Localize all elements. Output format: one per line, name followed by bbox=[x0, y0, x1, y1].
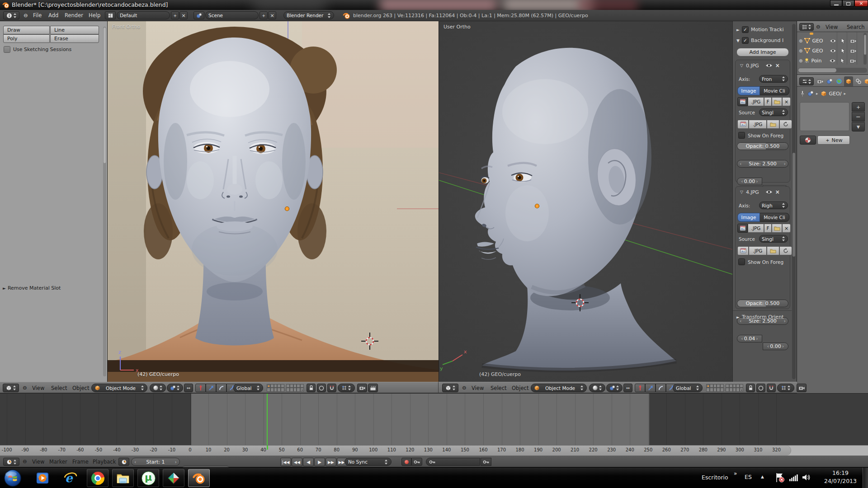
outliner-row-geo-2[interactable]: ⊕ GEO bbox=[799, 46, 857, 55]
sync-select[interactable]: No Sync bbox=[344, 458, 392, 466]
expand-icon[interactable]: ⊕ bbox=[799, 48, 802, 53]
taskbar-chrome-button[interactable] bbox=[87, 469, 108, 487]
translate-manipulator-button[interactable] bbox=[635, 384, 645, 392]
render-animation-button[interactable] bbox=[368, 384, 378, 392]
play-reverse-button[interactable]: ◀ bbox=[303, 458, 314, 466]
start-button[interactable] bbox=[4, 469, 22, 487]
pivot-select[interactable] bbox=[606, 384, 623, 392]
stepper-right-icon[interactable]: › bbox=[175, 459, 177, 465]
outliner-row-geo-1[interactable]: ⊕ GEO bbox=[799, 36, 857, 45]
sketching-sessions-checkbox[interactable] bbox=[4, 46, 10, 53]
size-field[interactable]: ‹ Size: 2.500 › bbox=[737, 160, 788, 168]
volume-icon[interactable] bbox=[802, 474, 811, 481]
visibility-eye-icon[interactable] bbox=[830, 49, 836, 53]
screen-layout-select[interactable]: Default bbox=[117, 11, 170, 19]
menu-help[interactable]: Help bbox=[89, 12, 100, 19]
n-panel-scrollbar-thumb[interactable] bbox=[793, 153, 795, 257]
background-images-checkbox[interactable]: ✓ bbox=[742, 37, 749, 44]
timeline-menu-playback[interactable]: Playback bbox=[93, 459, 116, 465]
render-tab-icon[interactable] bbox=[817, 79, 824, 84]
editor-type-button[interactable] bbox=[799, 23, 814, 31]
layers-grid-a[interactable] bbox=[706, 384, 724, 392]
source-select[interactable]: Singl bbox=[759, 108, 788, 116]
add-scene-button[interactable]: ＋ bbox=[259, 11, 268, 19]
tab-image[interactable]: Image bbox=[737, 86, 760, 95]
outliner-v-scrollbar-thumb[interactable] bbox=[864, 35, 866, 55]
file-name-field[interactable]: .JPG bbox=[749, 246, 767, 255]
render-opengl-button[interactable] bbox=[797, 384, 807, 392]
render-opengl-button[interactable] bbox=[357, 384, 367, 392]
constraints-tab-icon[interactable] bbox=[855, 78, 862, 84]
shading-select[interactable] bbox=[150, 384, 166, 392]
grease-erase-button[interactable]: Erase bbox=[50, 34, 99, 43]
outliner-menu-view[interactable]: View bbox=[826, 24, 838, 30]
menu-object[interactable]: Object bbox=[72, 385, 89, 391]
editor-type-button[interactable] bbox=[799, 77, 814, 85]
image-name-field[interactable]: .JPG bbox=[748, 224, 764, 233]
delete-scene-button[interactable]: × bbox=[268, 11, 276, 19]
frame-start-field[interactable]: ‹ Start: 1 › bbox=[131, 458, 180, 466]
stepper-right-icon[interactable]: › bbox=[784, 318, 786, 324]
panel-transform-orientations[interactable]: ► Transform Orient bbox=[736, 314, 783, 320]
layers-grid-b[interactable] bbox=[726, 384, 743, 392]
timeline-menu-view[interactable]: View bbox=[32, 459, 44, 465]
tray-hidden-icons-button[interactable]: ▲ bbox=[761, 474, 764, 479]
add-slot-button[interactable]: ＋ bbox=[852, 102, 865, 112]
translate-manipulator-button[interactable] bbox=[195, 384, 206, 392]
tool-shelf-scrollbar[interactable] bbox=[103, 27, 106, 376]
lock-to-scene-button[interactable] bbox=[307, 384, 316, 392]
image-datablock-icon-button[interactable] bbox=[737, 224, 748, 233]
stepper-right-icon[interactable]: › bbox=[784, 161, 786, 167]
rotate-arc-button[interactable] bbox=[656, 384, 666, 392]
show-on-foreground-checkbox[interactable] bbox=[738, 132, 745, 139]
axis-select[interactable]: Righ bbox=[759, 202, 788, 209]
viewport-user[interactable]: y x User Ortho (42) GEO/cuerpo bbox=[439, 21, 732, 382]
collapse-menus-icon[interactable]: ⊖ bbox=[24, 12, 28, 19]
material-slot-list[interactable] bbox=[800, 102, 849, 131]
viewport-front[interactable]: z x Front Ortho (42) GEO/cuerpo bbox=[108, 21, 439, 382]
manipulator-toggle[interactable]: ⇔ bbox=[184, 384, 193, 392]
stepper-right-icon[interactable]: › bbox=[782, 343, 784, 349]
outliner-v-scrollbar[interactable] bbox=[863, 33, 867, 65]
opacity-slider[interactable]: Opacit: 0.500 bbox=[737, 142, 788, 150]
orientation-select[interactable]: Global bbox=[673, 384, 703, 392]
image-name-field[interactable]: .JPG bbox=[748, 97, 764, 106]
insert-keyframe-button[interactable] bbox=[481, 458, 491, 466]
show-desktop-button[interactable] bbox=[863, 468, 868, 488]
snap-toggle-button[interactable] bbox=[327, 384, 336, 392]
tab-image[interactable]: Image bbox=[737, 213, 760, 222]
menu-select[interactable]: Select bbox=[491, 385, 506, 391]
material-datablock-button[interactable] bbox=[800, 136, 816, 145]
keying-set-field[interactable] bbox=[426, 458, 480, 466]
grease-draw-button[interactable]: Draw bbox=[3, 26, 50, 34]
editor-type-button[interactable] bbox=[3, 458, 19, 466]
bg-image-1-header[interactable]: ▽ 4.JPG × bbox=[740, 189, 780, 195]
taskbar-blender-button-active[interactable] bbox=[188, 469, 210, 487]
file-reload-button[interactable] bbox=[779, 246, 792, 255]
screen-layout-icon-button[interactable] bbox=[105, 11, 116, 19]
network-signal-icon[interactable] bbox=[789, 474, 798, 481]
eye-icon[interactable] bbox=[765, 63, 773, 68]
expand-icon[interactable]: ⊕ bbox=[799, 58, 802, 63]
unlink-image-button[interactable]: × bbox=[782, 224, 791, 233]
minimize-button[interactable] bbox=[830, 0, 842, 7]
offset-x-field[interactable]: ‹ 0.04 › bbox=[737, 335, 762, 343]
collapse-menus-icon[interactable]: ⊖ bbox=[462, 385, 467, 391]
new-material-button[interactable]: ＋ New bbox=[817, 136, 850, 145]
taskbar-utorrent-button[interactable]: µ bbox=[137, 469, 159, 487]
file-preview-button[interactable] bbox=[737, 120, 749, 129]
manipulator-toggle[interactable]: ⇔ bbox=[623, 384, 632, 392]
outliner-h-scrollbar[interactable] bbox=[798, 68, 867, 73]
timeline-ruler-scroll[interactable]: -100-90-80-70-60-50-40-30-20-10010203040… bbox=[0, 446, 791, 455]
timeline-menu-marker[interactable]: Marker bbox=[49, 459, 67, 465]
renderable-camera-icon[interactable] bbox=[850, 48, 857, 53]
add-image-button[interactable]: Add Image bbox=[736, 48, 789, 56]
motion-tracking-checkbox[interactable]: ✓ bbox=[742, 26, 749, 33]
menu-select[interactable]: Select bbox=[51, 385, 67, 391]
bg-image-0-header[interactable]: ▽ 0.JPG × bbox=[740, 62, 780, 69]
snap-element-select[interactable] bbox=[338, 384, 355, 392]
orientation-select[interactable]: Global bbox=[233, 384, 263, 392]
tray-toolbar-chevron[interactable]: » bbox=[734, 470, 737, 477]
remove-image-icon[interactable]: × bbox=[775, 62, 780, 69]
show-on-foreground-checkbox[interactable] bbox=[738, 258, 745, 265]
